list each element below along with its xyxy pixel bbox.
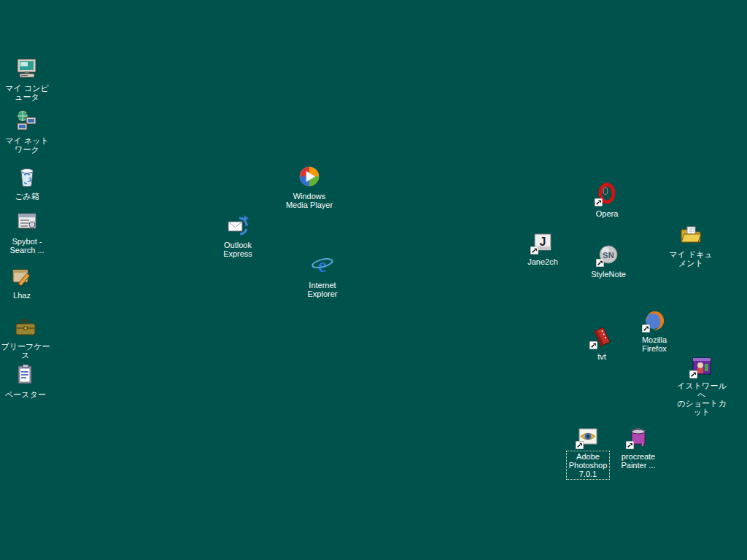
svg-text:J: J bbox=[540, 236, 546, 248]
recycle-bin-icon bbox=[15, 165, 39, 188]
paster-icon bbox=[14, 363, 37, 386]
desktop: マイ コンピュータ マイ ネットワーク ごみ箱 bbox=[0, 0, 747, 560]
my-computer-icon bbox=[15, 57, 39, 80]
my-documents-icon bbox=[679, 223, 703, 246]
desktop-icon-tvt[interactable]: tvt bbox=[574, 325, 630, 362]
icon-label: ごみ箱 bbox=[12, 190, 42, 202]
spybot-icon bbox=[15, 210, 39, 233]
icon-label: Windows Media Player bbox=[283, 190, 336, 211]
desktop-icon-my-computer[interactable]: マイ コンピュータ bbox=[0, 57, 55, 103]
shortcut-arrow-icon bbox=[595, 198, 603, 206]
briefcase-icon bbox=[14, 315, 37, 338]
icon-label: Spybot - Search ... bbox=[7, 236, 47, 256]
icon-label: Adobe Photoshop 7.0.1 bbox=[566, 451, 611, 480]
desktop-icon-opera[interactable]: Opera bbox=[579, 182, 635, 219]
shortcut-arrow-icon bbox=[596, 259, 604, 267]
desktop-icon-lhaz[interactable]: Lhaz bbox=[0, 264, 50, 301]
firefox-icon bbox=[643, 308, 666, 332]
icon-label: ブリーフケース bbox=[0, 341, 53, 361]
desktop-icon-internet-explorer[interactable]: e Internet Explorer bbox=[295, 254, 350, 300]
shortcut-arrow-icon bbox=[576, 441, 584, 449]
icon-label: tvt bbox=[595, 351, 609, 362]
desktop-icon-my-network[interactable]: マイ ネットワーク bbox=[0, 109, 55, 155]
shortcut-arrow-icon bbox=[642, 324, 650, 332]
desktop-icon-windows-media-player[interactable]: Windows Media Player bbox=[282, 165, 337, 211]
icon-label: ペースター bbox=[2, 389, 49, 400]
tvt-icon bbox=[590, 325, 614, 349]
icon-label: Jane2ch bbox=[525, 256, 561, 268]
desktop-icon-my-documents[interactable]: マイ ドキュメント bbox=[663, 223, 719, 269]
photoshop-icon bbox=[576, 425, 600, 448]
shortcut-arrow-icon bbox=[530, 246, 538, 254]
icon-label: Internet Explorer bbox=[305, 279, 341, 300]
jane2ch-icon: J bbox=[531, 230, 554, 254]
desktop-icon-firefox[interactable]: Mozilla Firefox bbox=[627, 308, 682, 354]
internet-explorer-icon: e bbox=[311, 254, 334, 277]
icon-label: Mozilla Firefox bbox=[639, 334, 670, 354]
istoire-game-icon bbox=[690, 354, 713, 378]
icon-label: マイ ドキュメント bbox=[663, 249, 719, 269]
icon-label: マイ ネットワーク bbox=[0, 135, 55, 155]
icon-label: Opera bbox=[593, 208, 622, 219]
icon-label: マイ コンピュータ bbox=[0, 82, 55, 103]
desktop-icon-briefcase[interactable]: ブリーフケース bbox=[0, 315, 53, 361]
shortcut-arrow-icon bbox=[689, 370, 697, 378]
icon-label: StyleNote bbox=[588, 268, 629, 280]
shortcut-arrow-icon bbox=[626, 441, 634, 449]
svg-text:SN: SN bbox=[603, 251, 614, 260]
icon-label: Lhaz bbox=[10, 289, 34, 301]
windows-media-player-icon bbox=[298, 165, 321, 188]
desktop-icon-istoire-shortcut[interactable]: イストワールへ のショートカット bbox=[674, 354, 729, 418]
opera-icon bbox=[595, 182, 619, 206]
my-network-icon bbox=[15, 109, 39, 133]
desktop-icon-stylenote[interactable]: SN StyleNote bbox=[581, 243, 636, 280]
shortcut-arrow-icon bbox=[589, 341, 597, 349]
desktop-icon-photoshop[interactable]: Adobe Photoshop 7.0.1 bbox=[560, 425, 616, 480]
outlook-express-icon bbox=[226, 214, 249, 237]
desktop-icon-paster[interactable]: ペースター bbox=[0, 363, 53, 400]
desktop-icon-painter[interactable]: procreate Painter ... bbox=[611, 425, 666, 471]
desktop-icon-recycle-bin[interactable]: ごみ箱 bbox=[0, 165, 55, 202]
icon-label: イストワールへ のショートカット bbox=[674, 380, 729, 418]
icon-label: Outlook Express bbox=[220, 239, 255, 260]
painter-icon bbox=[627, 425, 650, 448]
lhaz-icon bbox=[10, 264, 34, 287]
stylenote-icon: SN bbox=[597, 243, 620, 266]
desktop-icon-outlook-express[interactable]: Outlook Express bbox=[210, 214, 266, 260]
icon-label: procreate Painter ... bbox=[618, 451, 658, 471]
desktop-icon-jane2ch[interactable]: J Jane2ch bbox=[515, 230, 570, 268]
desktop-icon-spybot[interactable]: Spybot - Search ... bbox=[0, 210, 55, 256]
